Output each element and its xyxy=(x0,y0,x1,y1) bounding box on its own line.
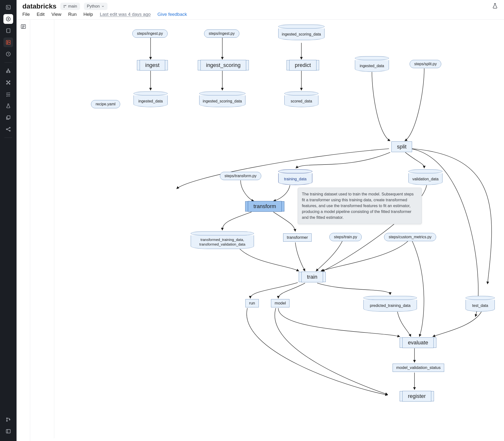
ingest-step[interactable]: ingest xyxy=(140,60,165,71)
custom-metrics-src[interactable]: steps/custom_metrics.py xyxy=(384,233,436,241)
logo-icon[interactable] xyxy=(3,2,13,12)
experiments-icon[interactable] xyxy=(492,3,498,10)
notebook-icon[interactable] xyxy=(3,26,13,35)
transformer[interactable]: transformer xyxy=(283,233,312,242)
stack-icon[interactable] xyxy=(3,113,13,122)
menu-help[interactable]: Help xyxy=(83,12,93,17)
split-src[interactable]: steps/split.py xyxy=(410,60,441,68)
svg-point-20 xyxy=(7,418,8,419)
panel-icon[interactable] xyxy=(3,426,13,436)
menu-edit[interactable]: Edit xyxy=(37,12,45,17)
chevron-down-icon xyxy=(101,5,105,8)
run[interactable]: run xyxy=(245,299,259,307)
tooltip: The training dataset used to train the m… xyxy=(298,188,422,224)
branches-icon[interactable] xyxy=(3,415,13,425)
model-validation-status[interactable]: model_validation_status xyxy=(393,364,444,372)
flask-icon[interactable] xyxy=(3,101,13,111)
header: databricks main Python File Edit View xyxy=(16,0,504,20)
cell-gutter xyxy=(16,20,30,441)
svg-point-15 xyxy=(8,82,9,83)
svg-point-4 xyxy=(7,41,8,42)
svg-point-18 xyxy=(10,127,11,128)
repo-icon[interactable] xyxy=(3,37,13,47)
register-step[interactable]: register xyxy=(402,391,431,402)
test-data[interactable]: test_data xyxy=(466,296,495,312)
menu-file[interactable]: File xyxy=(22,12,30,17)
svg-point-14 xyxy=(9,83,10,84)
ingest-scoring-step[interactable]: ingest_scoring xyxy=(200,60,246,71)
svg-rect-9 xyxy=(7,72,8,73)
last-edit-label[interactable]: Last edit was 4 days ago xyxy=(100,12,151,17)
pipeline-canvas[interactable]: steps/ingest.py steps/ingest.py ingested… xyxy=(30,20,497,438)
predicted-training-data[interactable]: predicted_training_data xyxy=(363,296,417,312)
evaluate-step[interactable]: evaluate xyxy=(402,337,434,348)
train-step[interactable]: train xyxy=(301,272,323,282)
split-step[interactable]: split xyxy=(391,142,412,152)
give-feedback-link[interactable]: Give feedback xyxy=(157,12,187,17)
svg-point-25 xyxy=(64,7,64,7)
branch-chip[interactable]: main xyxy=(60,3,80,10)
recent-icon[interactable] xyxy=(3,49,13,59)
predict-step[interactable]: predict xyxy=(289,60,317,71)
page-title: databricks xyxy=(22,2,56,10)
svg-point-22 xyxy=(9,419,10,420)
ingested-scoring-data-top[interactable]: ingested_scoring_data xyxy=(278,25,324,40)
svg-point-11 xyxy=(7,81,8,82)
language-label: Python xyxy=(87,4,100,9)
scored-data[interactable]: scored_data xyxy=(284,92,318,107)
svg-point-12 xyxy=(9,81,10,82)
branch-icon xyxy=(63,5,67,8)
svg-rect-23 xyxy=(6,430,11,433)
svg-rect-2 xyxy=(7,29,10,33)
transform-step[interactable]: transform xyxy=(248,201,282,212)
svg-point-8 xyxy=(8,69,9,70)
ingested-data[interactable]: ingested_data xyxy=(134,92,168,107)
svg-point-5 xyxy=(7,43,8,44)
language-chip[interactable]: Python xyxy=(84,3,107,10)
model-icon[interactable] xyxy=(3,78,13,87)
ingested-scoring-data[interactable]: ingested_scoring_data xyxy=(199,92,245,107)
menu-view[interactable]: View xyxy=(51,12,61,17)
svg-point-13 xyxy=(7,83,8,84)
ingest-src[interactable]: steps/ingest.py xyxy=(132,30,168,38)
svg-point-19 xyxy=(10,130,11,131)
svg-point-6 xyxy=(9,42,10,43)
transformed-data[interactable]: transformed_training_data, transformed_v… xyxy=(191,232,254,249)
tasks-icon[interactable] xyxy=(3,89,13,99)
left-rail xyxy=(0,0,16,441)
svg-rect-16 xyxy=(7,116,10,119)
svg-rect-10 xyxy=(9,72,10,73)
model[interactable]: model xyxy=(271,299,290,307)
transform-src[interactable]: steps/transform.py xyxy=(220,172,261,180)
recipe-yaml[interactable]: recipe.yaml xyxy=(91,100,120,108)
tree-icon[interactable] xyxy=(3,66,13,76)
svg-point-21 xyxy=(7,421,8,422)
branch-label: main xyxy=(68,4,77,9)
training-data[interactable]: training_data xyxy=(278,169,312,185)
toc-icon[interactable] xyxy=(20,24,26,441)
svg-point-24 xyxy=(64,5,64,6)
svg-point-17 xyxy=(6,129,7,130)
validation-data[interactable]: validation_data xyxy=(408,169,443,185)
new-button[interactable] xyxy=(3,14,13,24)
graph-icon[interactable] xyxy=(3,124,13,134)
menu-run[interactable]: Run xyxy=(68,12,77,17)
ingested-data-2[interactable]: ingested_data xyxy=(355,56,389,72)
ingest-scoring-src[interactable]: steps/ingest.py xyxy=(204,30,239,38)
train-src[interactable]: steps/train.py xyxy=(329,233,362,241)
